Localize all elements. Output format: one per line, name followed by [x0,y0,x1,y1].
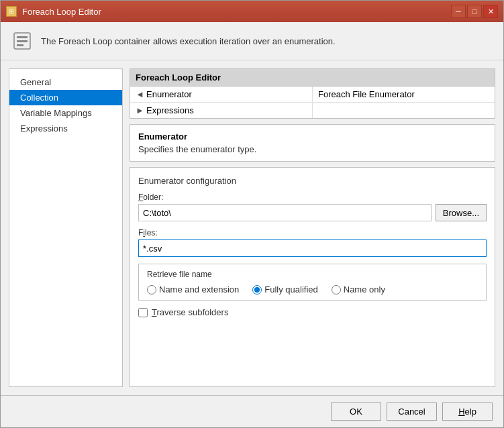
tree-cell-expressions-left: ► Expressions [130,103,313,118]
browse-button[interactable]: Browse... [436,204,487,221]
config-section: Enumerator configuration Folder: Browse.… [130,167,495,387]
tree-value-enumerator: Foreach File Enumerator [318,89,415,99]
title-bar-buttons: ─ □ ✕ [451,5,498,18]
retrieve-section: Retrieve file name Name and extension Fu… [138,264,487,301]
tree-label-expressions: Expressions [146,105,194,115]
info-section: Enumerator Specifies the enumerator type… [130,124,495,162]
main-window: ⊞ Foreach Loop Editor ─ □ ✕ The Foreach … [0,0,504,428]
sidebar-item-expressions[interactable]: Expressions [9,121,122,136]
help-button[interactable]: Help [442,403,493,421]
app-icon: ⊞ [6,6,17,17]
radio-name-only-label: Name only [344,284,385,295]
files-input[interactable] [138,239,487,257]
traverse-label: Traverse subfolders [152,307,228,317]
tree-expand-icon: ► [136,105,144,115]
minimize-button[interactable]: ─ [451,5,466,18]
sidebar-item-variable-mappings[interactable]: Variable Mappings [9,105,122,121]
header-icon [11,30,33,52]
svg-rect-2 [17,40,28,42]
radio-name-ext[interactable]: Name and extension [147,284,239,295]
svg-rect-3 [17,44,23,46]
radio-name-ext-label: Name and extension [159,284,239,295]
tree-cell-enumerator-left: ◄ Enumerator [130,87,313,102]
title-bar-left: ⊞ Foreach Loop Editor [6,6,101,17]
tree-row-enumerator[interactable]: ◄ Enumerator Foreach File Enumerator [130,87,495,103]
folder-label-text: Folder: [138,193,163,202]
tree-row-expressions[interactable]: ► Expressions [130,103,495,118]
radio-fully-qualified[interactable]: Fully qualified [252,284,318,295]
radio-name-ext-input[interactable] [147,285,156,295]
traverse-row: Traverse subfolders [138,307,487,317]
title-bar: ⊞ Foreach Loop Editor ─ □ ✕ [1,1,503,22]
files-field-group: Files: [138,228,487,257]
traverse-checkbox[interactable] [138,308,148,317]
header-description: The Foreach Loop container allows execut… [41,36,336,46]
radio-name-only-input[interactable] [332,285,341,295]
folder-label: Folder: [138,193,487,202]
restore-button[interactable]: □ [467,5,482,18]
config-title: Enumerator configuration [138,176,487,186]
tree-collapse-icon: ◄ [136,89,144,99]
sidebar-item-general[interactable]: General [9,74,122,90]
tree-label-enumerator: Enumerator [146,89,192,99]
sidebar: General Collection Variable Mappings Exp… [9,68,123,387]
radio-fully-qualified-input[interactable] [252,285,262,295]
radio-name-only[interactable]: Name only [332,284,385,295]
files-label-text: Files: [138,228,158,237]
folder-field-group: Folder: Browse... [138,193,487,221]
radio-fully-qualified-label: Fully qualified [264,284,318,295]
files-field-row [138,239,487,257]
cancel-button[interactable]: Cancel [387,403,437,421]
files-label: Files: [138,228,487,237]
tree-section: Foreach Loop Editor ◄ Enumerator Foreach… [130,68,495,119]
tree-header: Foreach Loop Editor [130,69,495,87]
footer: OK Cancel Help [1,395,503,427]
tree-cell-expressions-right [313,103,495,118]
radio-group: Name and extension Fully qualified Name … [147,284,478,295]
folder-field-row: Browse... [138,204,487,221]
svg-rect-1 [17,36,28,38]
window-title: Foreach Loop Editor [22,7,101,17]
folder-input[interactable] [138,204,432,221]
header-bar: The Foreach Loop container allows execut… [1,22,503,60]
main-content: General Collection Variable Mappings Exp… [1,60,503,395]
tree-cell-enumerator-right: Foreach File Enumerator [313,87,495,102]
info-description: Specifies the enumerator type. [138,144,487,154]
sidebar-item-collection[interactable]: Collection [9,90,122,105]
close-button[interactable]: ✕ [483,5,498,18]
ok-button[interactable]: OK [331,403,381,421]
retrieve-legend: Retrieve file name [147,270,478,279]
info-title: Enumerator [138,131,487,142]
right-panel: Foreach Loop Editor ◄ Enumerator Foreach… [130,68,495,387]
